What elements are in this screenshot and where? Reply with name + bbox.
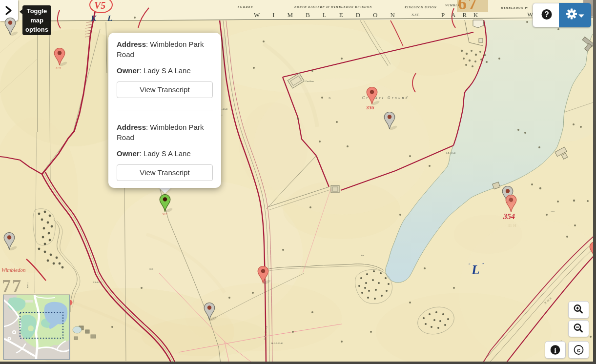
svg-text:6-r: 6-r [361,254,364,257]
svg-text:WIMBLEDON: WIMBLEDON [254,11,408,19]
svg-text:Pavilion: Pavilion [306,80,314,82]
svg-text:Wimbledon: Wimbledon [1,267,26,273]
svg-text:3L: 3L [329,97,331,99]
svg-text:44-4: 44-4 [551,210,555,213]
svg-text:77: 77 [2,276,22,296]
svg-text:KINGSTON UNION: KINGSTON UNION [404,6,437,9]
svg-text:WIMBLEDON P²: WIMBLEDON P² [501,6,529,9]
svg-text:i: i [554,346,556,354]
svg-text:RV.G.: RV.G. [26,282,29,288]
svg-text:14. 2.R.75-43: 14. 2.R.75-43 [271,342,284,344]
svg-text:67: 67 [458,0,478,13]
svg-text:K: K [90,14,97,23]
svg-text:2.R. 83-43: 2.R. 83-43 [446,152,456,154]
svg-text:X.ST.: X.ST. [411,13,419,17]
svg-text:36 6: 36 6 [149,268,154,270]
svg-text:“: “ [469,263,471,267]
svg-text:SURREY: SURREY [238,5,253,8]
svg-text:V5: V5 [94,0,105,11]
svg-text:c: c [577,346,580,354]
svg-text:31 H: 31 H [508,223,516,228]
svg-text:NORTH EASTERN or WIMBLEDON DIV: NORTH EASTERN or WIMBLEDON DIVISION [294,5,372,8]
svg-text:2.R.41-13: 2.R.41-13 [93,281,102,283]
svg-text:L: L [471,263,480,277]
svg-text:L: L [107,14,112,23]
svg-text:?: ? [544,10,549,19]
svg-text:”: ” [482,263,484,267]
